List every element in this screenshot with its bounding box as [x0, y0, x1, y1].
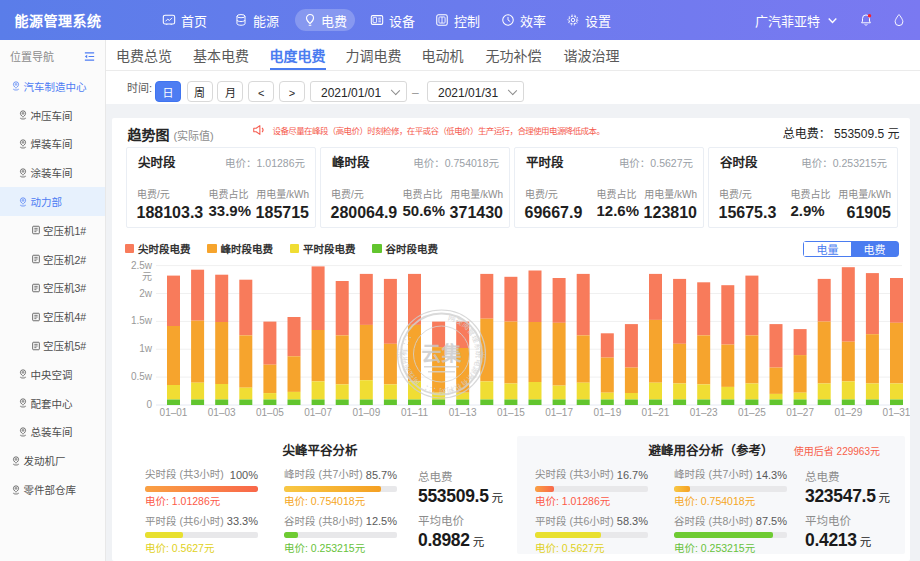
svg-text:01–29: 01–29: [834, 404, 862, 419]
svg-text:1.5w: 1.5w: [130, 312, 152, 327]
svg-text:01–21: 01–21: [641, 404, 669, 419]
svg-text:01–23: 01–23: [689, 404, 717, 419]
svg-text:01–03: 01–03: [207, 404, 235, 419]
svg-text:01–25: 01–25: [737, 404, 765, 419]
svg-text:01–19: 01–19: [593, 404, 621, 419]
svg-text:01–01: 01–01: [159, 404, 187, 419]
svg-text:0.5w: 0.5w: [130, 368, 152, 383]
svg-text:1w: 1w: [139, 340, 153, 355]
svg-text:2w: 2w: [139, 285, 153, 300]
svg-text:01–09: 01–09: [352, 404, 380, 419]
svg-text:01–07: 01–07: [304, 404, 332, 419]
svg-text:0: 0: [146, 396, 152, 411]
svg-text:01–27: 01–27: [786, 404, 814, 419]
svg-text:01–17: 01–17: [545, 404, 573, 419]
svg-text:01–31: 01–31: [882, 404, 909, 419]
svg-text:01–11: 01–11: [400, 404, 428, 419]
svg-text:云集: 云集: [421, 338, 462, 367]
svg-text:※: ※: [478, 349, 486, 360]
svg-text:01–05: 01–05: [255, 404, 283, 419]
svg-text:※: ※: [397, 349, 405, 360]
svg-text:01–15: 01–15: [496, 404, 524, 419]
svg-text:01–13: 01–13: [448, 404, 476, 419]
svg-text:元: 元: [142, 268, 152, 283]
